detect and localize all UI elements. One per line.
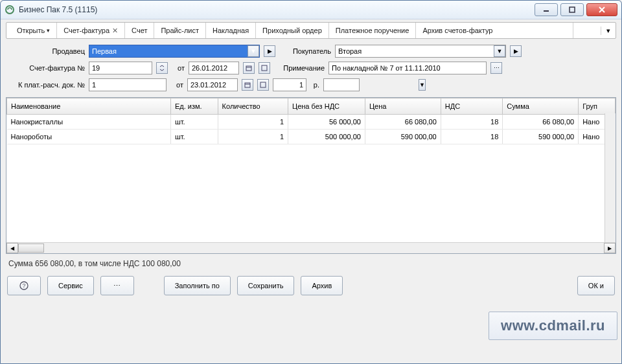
- col-price-no-vat[interactable]: Цена без НДС: [288, 98, 365, 115]
- cell-vat[interactable]: 18: [441, 130, 503, 144]
- cell-sum[interactable]: 590 000,00: [503, 130, 579, 144]
- cell-sum[interactable]: 66 080,00: [503, 115, 579, 130]
- col-sum[interactable]: Сумма: [503, 98, 579, 115]
- tab-waybill-label: Накладная: [213, 27, 249, 34]
- horizontal-scrollbar[interactable]: ◀ ▶: [6, 242, 616, 253]
- col-vat[interactable]: НДС: [441, 98, 503, 115]
- cell-vat[interactable]: 18: [441, 115, 503, 130]
- tab-open[interactable]: Открыть: [10, 23, 56, 38]
- cell-qty[interactable]: 1: [218, 115, 288, 130]
- date2-input[interactable]: [187, 78, 238, 91]
- date1-calendar-icon[interactable]: [243, 62, 255, 74]
- cell-unit[interactable]: шт.: [170, 115, 218, 130]
- app-window: Бизнес Пак 7.5 (1115) Открыть Счет-факту…: [0, 0, 622, 364]
- currency-dropdown-icon[interactable]: ▼: [419, 79, 426, 91]
- table-row[interactable]: Нанороботышт.1500 000,00590 000,0018590 …: [7, 130, 616, 144]
- tab-open-label: Открыть: [17, 27, 45, 34]
- tab-receipt[interactable]: Приходный ордер: [255, 23, 328, 38]
- col-unit[interactable]: Ед. изм.: [170, 98, 218, 115]
- invoice-no-input[interactable]: [89, 62, 152, 74]
- tab-archive[interactable]: Архив счетов-фактур: [415, 23, 499, 38]
- service-button-label: Сервис: [58, 282, 83, 290]
- date2-extra-button[interactable]: [257, 79, 269, 91]
- tab-receipt-label: Приходный ордер: [262, 27, 322, 34]
- tab-overflow-button[interactable]: ▾: [601, 27, 616, 35]
- archive-button[interactable]: Архив: [301, 276, 343, 295]
- seller-label: Продавец: [7, 47, 85, 55]
- button-bar: ? Сервис ⋯ Заполнить по Сохранить Архив …: [6, 275, 616, 297]
- hscroll-right-icon[interactable]: ▶: [604, 243, 616, 253]
- seller-combo[interactable]: ▼: [89, 45, 260, 58]
- currency-input[interactable]: [324, 81, 419, 89]
- tab-close-icon[interactable]: ✕: [112, 27, 118, 35]
- close-button[interactable]: [586, 3, 617, 16]
- note-input[interactable]: [328, 62, 487, 74]
- settings-button[interactable]: ⋯: [100, 276, 134, 295]
- cell-price-no-vat[interactable]: 500 000,00: [288, 130, 365, 144]
- from2-label: от: [170, 81, 183, 89]
- cell-price[interactable]: 66 080,00: [365, 115, 441, 130]
- tab-pricelist-label: Прайс-лист: [161, 27, 199, 34]
- svg-rect-5: [246, 66, 251, 71]
- tab-pricelist[interactable]: Прайс-лист: [154, 23, 205, 38]
- save-button[interactable]: Сохранить: [237, 276, 295, 295]
- buyer-dropdown-icon[interactable]: ▼: [494, 45, 505, 57]
- invoice-no-label: Счет-фактура №: [7, 64, 85, 72]
- tab-account[interactable]: Счет: [124, 23, 154, 38]
- tab-overflow-sep: [573, 23, 601, 38]
- date1-input[interactable]: [189, 62, 239, 74]
- currency-combo[interactable]: ▼: [323, 78, 360, 91]
- buyer-combo[interactable]: ▼: [335, 45, 506, 58]
- tab-invoice[interactable]: Счет-фактура✕: [56, 23, 124, 38]
- fill-button[interactable]: Заполнить по: [164, 276, 231, 295]
- seller-input[interactable]: [89, 47, 248, 55]
- app-icon: [5, 5, 15, 15]
- date2-calendar-icon[interactable]: [242, 79, 253, 91]
- help-button[interactable]: ?: [7, 276, 41, 295]
- grid: Наименование Ед. изм. Количество Цена бе…: [6, 97, 616, 254]
- titlebar: Бизнес Пак 7.5 (1115): [1, 1, 621, 19]
- ok-button[interactable]: ОК и: [577, 276, 615, 295]
- maximize-button[interactable]: [560, 3, 584, 16]
- col-name[interactable]: Наименование: [7, 98, 171, 115]
- fill-button-label: Заполнить по: [175, 282, 220, 290]
- from1-label: от: [172, 64, 185, 72]
- cell-name[interactable]: Нанороботы: [7, 130, 171, 144]
- paydoc-input[interactable]: [89, 78, 167, 91]
- tab-bar: Открыть Счет-фактура✕ Счет Прайс-лист На…: [6, 22, 616, 39]
- cell-price[interactable]: 590 000,00: [365, 130, 441, 144]
- cell-name[interactable]: Нанокристаллы: [7, 115, 171, 130]
- col-price[interactable]: Цена: [365, 98, 441, 115]
- grid-scroll[interactable]: Наименование Ед. изм. Количество Цена бе…: [6, 98, 616, 243]
- cell-price-no-vat[interactable]: 56 000,00: [288, 115, 365, 130]
- tab-waybill[interactable]: Накладная: [205, 23, 255, 38]
- form-area: Продавец ▼ ▶ Покупатель ▼ ▶ Счет-фактура…: [6, 39, 616, 96]
- hscroll-left-icon[interactable]: ◀: [6, 243, 18, 253]
- currency-label: р.: [310, 81, 319, 89]
- col-group[interactable]: Груп: [579, 98, 616, 115]
- svg-rect-2: [570, 7, 575, 12]
- tab-invoice-label: Счет-фактура: [63, 27, 109, 34]
- seller-next-button[interactable]: ▶: [264, 45, 275, 57]
- hscroll-track[interactable]: [18, 244, 604, 253]
- tab-payment[interactable]: Платежное поручение: [328, 23, 416, 38]
- status-line: Сумма 656 080,00, в том числе НДС 100 08…: [6, 254, 616, 275]
- hscroll-thumb[interactable]: [18, 244, 44, 253]
- cell-unit[interactable]: шт.: [170, 130, 218, 144]
- buyer-input[interactable]: [336, 47, 494, 55]
- ok-button-label: ОК и: [588, 282, 604, 290]
- minimize-button[interactable]: [535, 3, 558, 16]
- invoice-no-stepper[interactable]: [156, 62, 168, 74]
- cell-qty[interactable]: 1: [218, 130, 288, 144]
- vertical-scrollbar[interactable]: [605, 113, 616, 243]
- note-more-button[interactable]: ⋯: [490, 62, 502, 74]
- archive-button-label: Архив: [312, 282, 332, 290]
- col-qty[interactable]: Количество: [218, 98, 288, 115]
- buyer-next-button[interactable]: ▶: [510, 45, 522, 57]
- date1-extra-button[interactable]: [259, 62, 270, 74]
- tab-archive-label: Архив счетов-фактур: [422, 27, 492, 34]
- seller-dropdown-icon[interactable]: ▼: [248, 45, 259, 57]
- service-button[interactable]: Сервис: [47, 276, 94, 295]
- table-row[interactable]: Нанокристаллышт.156 000,0066 080,001866 …: [7, 115, 616, 130]
- qty-small-input[interactable]: [273, 78, 306, 91]
